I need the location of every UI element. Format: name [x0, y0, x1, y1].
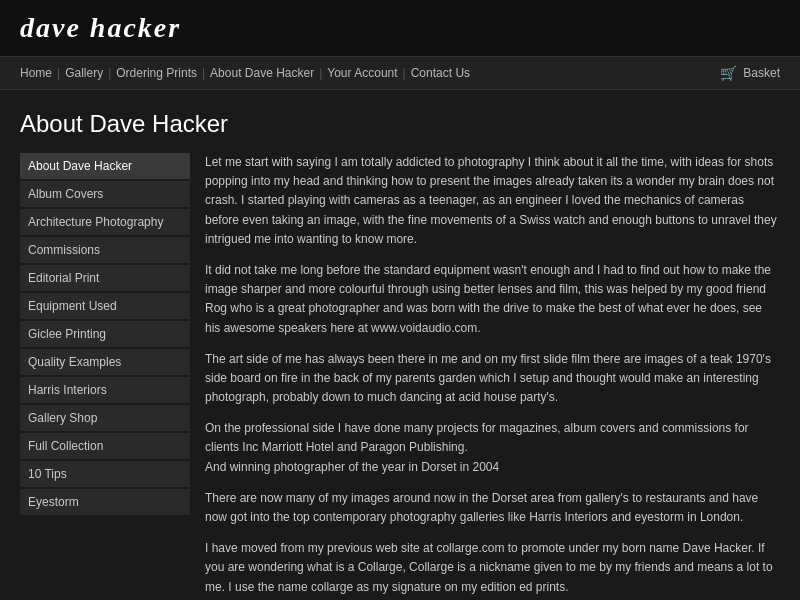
sidebar-item-equipment-used[interactable]: Equipment Used [20, 293, 190, 319]
sidebar-item-editorial-print[interactable]: Editorial Print [20, 265, 190, 291]
sidebar-item-harris-interiors[interactable]: Harris Interiors [20, 377, 190, 403]
sidebar-item-commissions[interactable]: Commissions [20, 237, 190, 263]
sidebar: About Dave HackerAlbum CoversArchitectur… [20, 153, 190, 600]
main-layout: About Dave HackerAlbum CoversArchitectur… [0, 153, 800, 600]
sidebar-item-eyestorm[interactable]: Eyestorm [20, 489, 190, 515]
nav-link-about[interactable]: About Dave Hacker [210, 66, 314, 80]
sidebar-item-quality-examples[interactable]: Quality Examples [20, 349, 190, 375]
content-paragraph: There are now many of my images around n… [205, 489, 780, 527]
nav-separator: | [57, 66, 60, 80]
nav-link-account[interactable]: Your Account [327, 66, 397, 80]
sidebar-item-album-covers[interactable]: Album Covers [20, 181, 190, 207]
nav-link-home[interactable]: Home [20, 66, 52, 80]
content-paragraph: On the professional side I have done man… [205, 419, 780, 477]
nav-separator: | [202, 66, 205, 80]
content-area: Let me start with saying I am totally ad… [205, 153, 780, 600]
sidebar-item-about-dave-hacker[interactable]: About Dave Hacker [20, 153, 190, 179]
logo[interactable]: dave hacker [20, 12, 181, 44]
basket-area[interactable]: 🛒 Basket [720, 65, 780, 81]
basket-icon: 🛒 [720, 65, 737, 81]
nav-links: Home | Gallery | Ordering Prints | About… [20, 66, 470, 80]
nav-separator: | [403, 66, 406, 80]
content-paragraph: It did not take me long before the stand… [205, 261, 780, 338]
nav-link-contact[interactable]: Contact Us [411, 66, 470, 80]
sidebar-item-full-collection[interactable]: Full Collection [20, 433, 190, 459]
sidebar-item-gallery-shop[interactable]: Gallery Shop [20, 405, 190, 431]
sidebar-item-giclee-printing[interactable]: Giclee Printing [20, 321, 190, 347]
basket-label: Basket [743, 66, 780, 80]
page-title: About Dave Hacker [0, 90, 800, 153]
content-paragraph: Let me start with saying I am totally ad… [205, 153, 780, 249]
nav-separator: | [319, 66, 322, 80]
sidebar-item-10-tips[interactable]: 10 Tips [20, 461, 190, 487]
content-paragraph: I have moved from my previous web site a… [205, 539, 780, 600]
nav-separator: | [108, 66, 111, 80]
header: dave hacker [0, 0, 800, 56]
content-paragraph: The art side of me has always been there… [205, 350, 780, 408]
nav-link-gallery[interactable]: Gallery [65, 66, 103, 80]
navbar: Home | Gallery | Ordering Prints | About… [0, 56, 800, 90]
sidebar-item-architecture-photography[interactable]: Architecture Photography [20, 209, 190, 235]
nav-link-ordering-prints[interactable]: Ordering Prints [116, 66, 197, 80]
